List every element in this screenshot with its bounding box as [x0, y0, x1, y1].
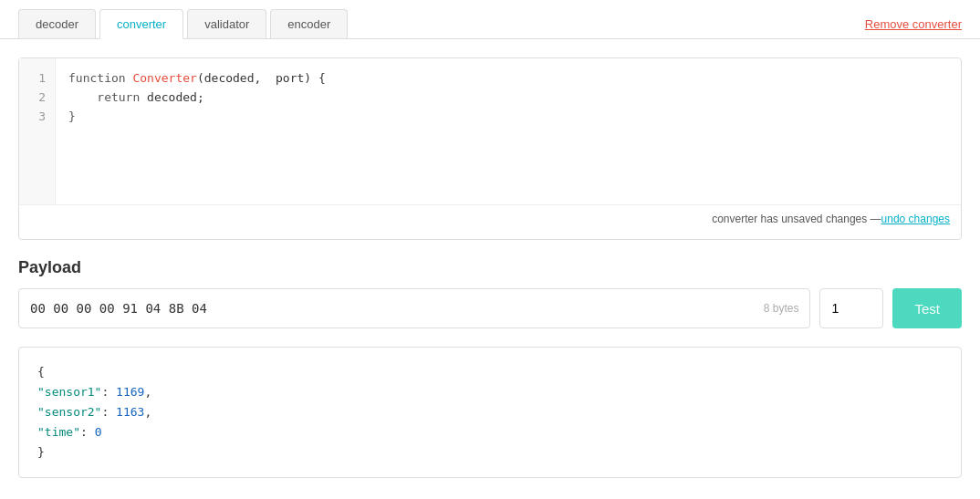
- editor-inner: 1 2 3 function Converter(decoded, port) …: [19, 58, 961, 204]
- line-num-2: 2: [28, 88, 46, 108]
- tabs: decoder converter validator encoder: [18, 9, 351, 38]
- output-line-1: {: [37, 362, 943, 382]
- output-container: { "sensor1": 1169, "sensor2": 1163, "tim…: [18, 347, 962, 478]
- unsaved-text: converter has unsaved changes —: [712, 213, 881, 225]
- editor-container: 1 2 3 function Converter(decoded, port) …: [18, 57, 962, 240]
- payload-input[interactable]: [30, 301, 756, 316]
- undo-changes-link[interactable]: undo changes: [881, 213, 950, 225]
- tab-validator[interactable]: validator: [187, 9, 266, 38]
- output-line-3: "sensor2": 1163,: [37, 402, 943, 422]
- remove-converter-link[interactable]: Remove converter: [865, 17, 962, 31]
- tab-converter[interactable]: converter: [99, 9, 183, 39]
- code-area[interactable]: function Converter(decoded, port) { retu…: [56, 58, 961, 204]
- output-line-5: }: [37, 442, 943, 463]
- output-line-4: "time": 0: [37, 422, 943, 442]
- top-bar: decoder converter validator encoder Remo…: [0, 0, 980, 39]
- port-input[interactable]: [819, 288, 883, 328]
- main-content: 1 2 3 function Converter(decoded, port) …: [0, 39, 980, 496]
- line-numbers: 1 2 3: [19, 58, 56, 204]
- editor-footer: converter has unsaved changes — undo cha…: [19, 204, 961, 233]
- code-line-3: }: [68, 108, 948, 127]
- payload-input-wrapper: 8 bytes: [18, 288, 810, 328]
- output-line-2: "sensor1": 1169,: [37, 382, 943, 402]
- line-num-3: 3: [28, 108, 46, 127]
- tab-encoder[interactable]: encoder: [270, 9, 348, 38]
- line-num-1: 1: [28, 69, 46, 88]
- tab-decoder[interactable]: decoder: [18, 9, 96, 38]
- payload-row: 8 bytes Test: [18, 288, 962, 328]
- test-button[interactable]: Test: [892, 288, 962, 328]
- bytes-label: 8 bytes: [764, 302, 799, 315]
- code-line-1: function Converter(decoded, port) {: [68, 69, 948, 88]
- code-line-2: return decoded;: [68, 88, 948, 108]
- payload-title: Payload: [18, 258, 962, 277]
